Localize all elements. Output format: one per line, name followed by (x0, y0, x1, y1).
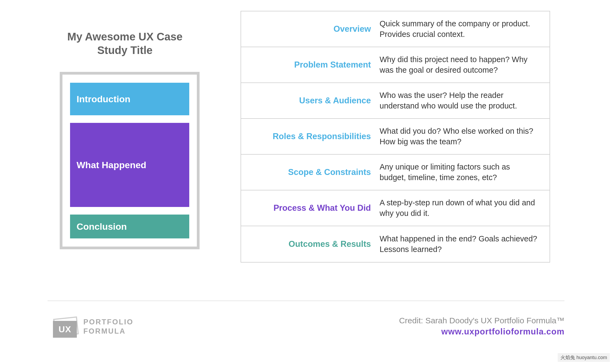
row-users-audience: Users & Audience Who was the user? Help … (241, 83, 550, 119)
credit-text: Credit: Sarah Doody's UX Portfolio Formu… (399, 316, 564, 325)
case-study-title: My Awesome UX Case Study Title (60, 30, 190, 57)
row-overview-label: Overview (333, 24, 371, 34)
block-what-happened: What Happened (70, 123, 189, 207)
watermark: 火焰兔 huoyantu.com (558, 353, 610, 362)
row-roles-responsibilities: Roles & Responsibilities What did you do… (241, 119, 550, 155)
info-table: Overview Quick summary of the company or… (241, 11, 550, 263)
block-conclusion-label: Conclusion (77, 221, 127, 232)
row-roles-responsibilities-desc: What did you do? Who else worked on this… (380, 126, 538, 147)
footer: UX PORTFOLIO FORMULA Credit: Sarah Doody… (53, 316, 564, 338)
row-outcomes-desc: What happened in the end? Goals achieved… (380, 234, 538, 255)
block-what-happened-label: What Happened (77, 160, 146, 170)
left-panel: My Awesome UX Case Study Title Introduct… (0, 11, 236, 263)
block-introduction-label: Introduction (77, 94, 130, 104)
row-outcomes-results: Outcomes & Results What happened in the … (241, 226, 550, 262)
row-overview: Overview Quick summary of the company or… (241, 11, 550, 47)
footer-divider (48, 301, 564, 301)
row-overview-desc: Quick summary of the company or product.… (380, 18, 538, 40)
logo-icon: UX (53, 316, 80, 338)
row-users-audience-label: Users & Audience (299, 96, 371, 106)
credit-block: Credit: Sarah Doody's UX Portfolio Formu… (399, 316, 564, 337)
row-problem-statement-desc: Why did this project need to happen? Why… (380, 54, 538, 75)
credit-url: www.uxportfolioformula.com (399, 327, 564, 337)
row-outcomes-label: Outcomes & Results (289, 239, 371, 249)
row-scope-constraints-desc: Any unique or limiting factors such as b… (380, 162, 538, 183)
right-panel: Overview Quick summary of the company or… (236, 11, 612, 263)
row-process-desc: A step-by-step run down of what you did … (380, 197, 538, 219)
row-process-what-you-did: Process & What You Did A step-by-step ru… (241, 190, 550, 226)
logo-badge: UX (53, 321, 77, 338)
logo-line2: FORMULA (83, 327, 134, 336)
block-conclusion: Conclusion (70, 215, 189, 238)
row-problem-statement-label: Problem Statement (294, 60, 371, 70)
row-problem-statement: Problem Statement Why did this project n… (241, 47, 550, 83)
diagram-frame: Introduction What Happened Conclusion (60, 72, 200, 249)
row-process-label: Process & What You Did (273, 203, 371, 213)
row-scope-constraints: Scope & Constraints Any unique or limiti… (241, 155, 550, 190)
row-roles-responsibilities-label: Roles & Responsibilities (273, 132, 371, 141)
logo-line1: PORTFOLIO (83, 318, 134, 327)
row-scope-constraints-label: Scope & Constraints (288, 167, 371, 177)
block-introduction: Introduction (70, 83, 189, 115)
row-users-audience-desc: Who was the user? Help the reader unders… (380, 90, 538, 111)
logo-text: PORTFOLIO FORMULA (83, 318, 134, 336)
logo-block: UX PORTFOLIO FORMULA (53, 316, 134, 338)
